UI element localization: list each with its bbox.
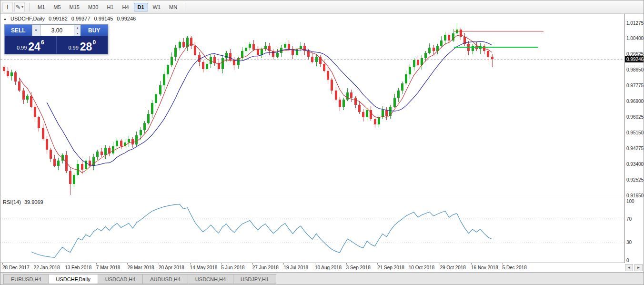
date-axis-label: 10 Oct 2018 <box>409 265 434 270</box>
date-axis-label: 27 Jun 2018 <box>252 265 279 270</box>
date-axis-label: 5 Dec 2018 <box>503 265 527 270</box>
scroll-left-button[interactable]: ◄ <box>625 264 633 271</box>
rsi-indicator-pane[interactable]: RSI(14) 39.9069 <box>0 198 624 263</box>
price-axis-label: 0.98650 <box>626 67 644 72</box>
toolbar-separator <box>30 3 30 11</box>
rsi-axis-label: 100 <box>626 199 634 204</box>
timeframe-button-m1[interactable]: M1 <box>34 3 49 11</box>
rsi-value: 39.9069 <box>24 199 43 205</box>
volume-up-button[interactable]: ▴ <box>74 25 81 31</box>
sell-button[interactable]: SELL <box>5 25 32 36</box>
main-chart-pane[interactable]: ▲ USDCHF,Daily 0.99182 0.99377 0.99145 0… <box>0 14 624 198</box>
symbol-ohlc-header: ▲ USDCHF,Daily 0.99182 0.99377 0.99145 0… <box>3 16 136 21</box>
bid-price-prefix: 0.99 <box>17 45 27 51</box>
rsi-axis-label: 30 <box>626 240 632 245</box>
time-axis-tick <box>503 263 503 265</box>
bid-price-big-digits: 24 <box>28 42 40 52</box>
date-axis-label: 16 Nov 2018 <box>471 265 498 270</box>
ohlc-high: 0.99377 <box>71 16 91 21</box>
date-axis-label: 20 Apr 2018 <box>159 265 184 270</box>
ask-price-prefix: 0.99 <box>68 45 78 51</box>
ohlc-close: 0.99246 <box>117 16 136 21</box>
timeframe-button-d1[interactable]: D1 <box>134 3 148 11</box>
date-axis-label: 3 Sep 2018 <box>346 265 371 270</box>
timeframe-button-mn[interactable]: MN <box>165 3 181 11</box>
date-axis-label: 19 Jul 2018 <box>283 265 308 270</box>
chart-tab-eurusd-h4[interactable]: EURUSD,H4 <box>3 274 49 284</box>
time-axis-nav: ◄ ► <box>625 264 643 271</box>
chart-tab-usdjpy-h1[interactable]: USDJPY,H1 <box>233 274 276 284</box>
price-axis-label: 0.96900 <box>626 99 644 104</box>
price-axis-label: 0.91650 <box>626 193 644 198</box>
time-axis-tick <box>127 263 128 265</box>
time-axis-tick <box>190 263 191 265</box>
toolbar: T ✎▾ M1M5M15M30H1H4D1W1MN <box>0 0 644 14</box>
price-axis-label: 0.94275 <box>626 146 644 151</box>
volume-input[interactable] <box>40 25 74 36</box>
toolbar-separator <box>185 3 185 11</box>
volume-down-button[interactable]: ▾ <box>74 31 81 36</box>
bid-price[interactable]: 0.99 24 6 <box>5 36 56 54</box>
price-axis-label: 0.92525 <box>626 177 644 183</box>
volume-spinner: ▴ ▾ <box>74 25 81 36</box>
buy-button[interactable]: BUY <box>80 25 108 36</box>
time-axis-tick <box>65 263 65 265</box>
chart-tool-icon: T <box>6 4 9 10</box>
ohlc-low: 0.99145 <box>94 16 113 21</box>
rsi-header: RSI(14) 39.9069 <box>3 199 43 205</box>
scroll-right-button[interactable]: ► <box>634 264 643 271</box>
time-axis-tick <box>96 263 97 265</box>
price-axis-label: 0.93400 <box>626 162 644 167</box>
rsi-axis-label: 0 <box>626 258 629 263</box>
chart-tab-usdcnh-h4[interactable]: USDCNH,H4 <box>188 274 233 284</box>
timeframe-button-w1[interactable]: W1 <box>149 3 165 11</box>
chevron-down-icon: ▾ <box>21 5 23 9</box>
timeframe-button-m5[interactable]: M5 <box>50 3 64 11</box>
templates-dropdown-button[interactable]: ✎▾ <box>14 2 25 12</box>
chart-tool-button[interactable]: T <box>2 2 13 12</box>
chart-tab-audusd-h4[interactable]: AUDUSD,H4 <box>142 274 188 284</box>
chart-tab-usdchf-daily[interactable]: USDCHF,Daily <box>49 274 98 284</box>
price-axis-label: 0.95150 <box>626 130 644 135</box>
time-axis-tick <box>440 263 440 265</box>
date-axis-label: 7 Mar 2018 <box>96 265 121 270</box>
date-axis-label: 10 Aug 2018 <box>315 265 342 270</box>
date-axis-label: 28 Dec 2017 <box>2 265 30 270</box>
date-axis-label: 21 Sep 2018 <box>377 265 404 270</box>
volume-dropdown-button[interactable]: ▼ <box>32 25 40 36</box>
collapse-triangle-icon[interactable]: ▲ <box>3 17 7 20</box>
time-axis-tick <box>283 263 284 265</box>
chart-tab-bar: EURUSD,H4USDCHF,DailyUSDCAD,H4AUDUSD,H4U… <box>0 272 644 285</box>
time-axis-tick <box>252 263 253 265</box>
timeframe-bar: M1M5M15M30H1H4D1W1MN <box>33 3 181 11</box>
time-axis-tick <box>315 263 315 265</box>
ask-price-big-digits: 28 <box>80 42 92 52</box>
ask-price-pipette: 0 <box>92 39 96 46</box>
price-axis-label: 1.01275 <box>626 20 644 26</box>
price-axis-label: 0.96025 <box>626 114 644 120</box>
time-axis-tick <box>221 263 221 265</box>
rsi-axis-label: 70 <box>626 216 632 222</box>
date-axis-label: 13 Feb 2018 <box>65 265 91 270</box>
rsi-name: RSI(14) <box>3 199 21 205</box>
date-axis-label: 14 May 2018 <box>190 265 218 270</box>
time-axis-tick <box>346 263 347 265</box>
date-axis-label: 29 Mar 2018 <box>127 265 154 270</box>
timeframe-button-m15[interactable]: M15 <box>66 3 83 11</box>
chart-tab-usdcad-h4[interactable]: USDCAD,H4 <box>98 274 143 284</box>
date-axis-label: 22 Jan 2018 <box>34 265 60 270</box>
time-axis-tick <box>471 263 472 265</box>
ohlc-open: 0.99182 <box>49 16 68 21</box>
time-axis-tick <box>377 263 378 265</box>
time-axis-tick <box>159 263 159 265</box>
time-axis-tick <box>2 263 3 265</box>
current-price-tag: 0.99246 <box>625 56 644 62</box>
rsi-chart[interactable] <box>0 198 624 263</box>
brush-icon: ✎ <box>16 4 20 10</box>
timeframe-button-m30[interactable]: M30 <box>84 3 102 11</box>
timeframe-button-h1[interactable]: H1 <box>103 3 117 11</box>
mt4-terminal-window: T ✎▾ M1M5M15M30H1H4D1W1MN ▲ USDCHF,Daily… <box>0 0 644 285</box>
timeframe-button-h4[interactable]: H4 <box>118 3 132 11</box>
time-axis-tick <box>409 263 409 265</box>
ask-price[interactable]: 0.99 28 0 <box>56 36 108 54</box>
